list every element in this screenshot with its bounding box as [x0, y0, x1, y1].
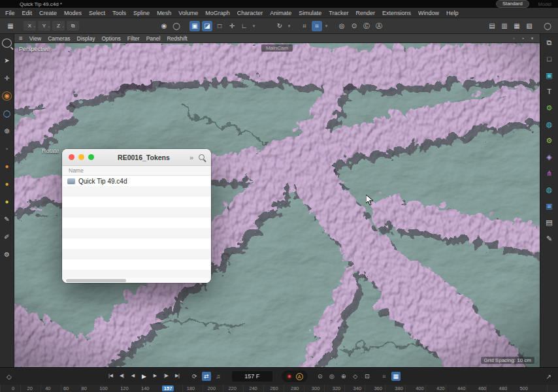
timeline-tick-140[interactable]: 140: [141, 385, 150, 391]
rotate-band-icon[interactable]: ↻: [274, 21, 285, 31]
menu-item-simulate[interactable]: Simulate: [299, 10, 321, 16]
timeline-tick-260[interactable]: 260: [270, 385, 278, 391]
cube-outline-icon[interactable]: □: [214, 21, 225, 31]
timeline-tick-120[interactable]: 120: [120, 385, 129, 391]
timeline-tick-440[interactable]: 440: [457, 385, 466, 391]
dot-small-icon[interactable]: ◦: [2, 144, 12, 154]
material-orange-icon[interactable]: ●: [2, 162, 12, 171]
render-queue-icon[interactable]: ▧: [524, 21, 534, 31]
coord-icon[interactable]: ⊕: [2, 127, 12, 136]
menu-item-volume[interactable]: Volume: [178, 10, 198, 16]
diamond-icon[interactable]: ◈: [544, 152, 555, 162]
menu-item-tracker[interactable]: Tracker: [329, 10, 348, 16]
circle-icon[interactable]: ◯: [171, 21, 182, 31]
render-region-icon[interactable]: ▥: [499, 21, 510, 31]
target-icon[interactable]: ◎: [336, 21, 347, 31]
render-view-icon[interactable]: ▤: [487, 21, 497, 31]
maincam-label[interactable]: MainCam: [261, 44, 293, 52]
zoom-icon[interactable]: [2, 39, 12, 48]
menu-item-spline[interactable]: Spline: [133, 10, 150, 16]
move-tool-icon[interactable]: ✛: [2, 74, 12, 83]
material-sphere-icon[interactable]: ◯: [542, 21, 553, 31]
spline-branch-icon[interactable]: ⋔: [544, 168, 555, 178]
hud-icon[interactable]: ◇: [351, 372, 360, 381]
annotate-icon[interactable]: Ⓐ: [374, 21, 384, 31]
timeline-tick-500[interactable]: 500: [519, 385, 528, 391]
render-settings-icon[interactable]: ▦: [512, 21, 522, 31]
y-axis-lock-button[interactable]: Y: [38, 21, 50, 31]
viewport-camera-label[interactable]: Perspective: [19, 46, 50, 52]
fcurve-icon[interactable]: ↗: [546, 373, 551, 380]
x-axis-lock-button[interactable]: X: [24, 21, 36, 31]
current-frame-field[interactable]: 157 F: [232, 371, 272, 382]
points-sphere-icon[interactable]: ◍: [544, 119, 555, 129]
gear2-icon[interactable]: ⚙: [544, 135, 555, 146]
timeline-tick-80[interactable]: 80: [82, 385, 87, 391]
menu-item-render[interactable]: Render: [355, 10, 375, 16]
live-selection-icon[interactable]: ➤: [2, 56, 12, 65]
pingpong-icon[interactable]: ⇄: [202, 372, 211, 381]
menu-item-create[interactable]: Create: [39, 10, 57, 16]
finder-window[interactable]: RE0016_Tokens » Name Quick Tip 49.c4d: [62, 149, 211, 283]
timeline-tick-320[interactable]: 320: [333, 385, 341, 391]
menu-item-view[interactable]: View: [29, 35, 41, 42]
wire-square-icon[interactable]: □: [544, 54, 555, 64]
snapping-icon[interactable]: ⌗: [380, 372, 389, 381]
timeline-tick-340[interactable]: 340: [353, 385, 362, 391]
viewport-cam-icon[interactable]: ▫: [511, 35, 517, 42]
marker-icon[interactable]: ⊡: [363, 372, 372, 381]
menu-item-tools[interactable]: Tools: [112, 10, 126, 16]
timeline-ruler[interactable]: 0204060801001201401571802002202402602803…: [0, 385, 558, 392]
pen2-icon[interactable]: ✎: [544, 233, 555, 244]
finder-column-header[interactable]: Name: [62, 166, 211, 176]
prev-frame-button[interactable]: ◀: [128, 373, 138, 380]
timeline-tick-180[interactable]: 180: [187, 385, 195, 391]
timeline-tick-460[interactable]: 460: [478, 385, 487, 391]
layout-switch-standard[interactable]: Standard: [496, 0, 529, 8]
scrollbar-thumb[interactable]: [66, 279, 126, 282]
toolbar-overflow-icon[interactable]: »: [189, 154, 193, 161]
autokey-button[interactable]: A: [296, 373, 303, 380]
model-mode-icon[interactable]: ◪: [202, 21, 212, 31]
green-gear-icon[interactable]: ⚙: [544, 103, 555, 113]
goto-start-button[interactable]: |◀: [106, 373, 116, 380]
dot-icon[interactable]: ⊙: [349, 21, 359, 31]
timeline-tick-220[interactable]: 220: [228, 385, 237, 391]
prev-key-button[interactable]: ◀|: [117, 373, 127, 380]
key-icon[interactable]: ◎: [327, 372, 336, 381]
search-icon[interactable]: [199, 154, 205, 160]
timeline-tick-360[interactable]: 360: [374, 385, 382, 391]
layers-icon[interactable]: ⧉: [544, 37, 555, 48]
display-icon[interactable]: ▤: [544, 217, 555, 227]
timeline-tick-60[interactable]: 60: [63, 385, 69, 391]
c4d-asset-icon[interactable]: Ⓒ: [361, 21, 372, 31]
timeline-tick-480[interactable]: 480: [499, 385, 508, 391]
file-row[interactable]: Quick Tip 49.c4d: [62, 176, 211, 186]
menu-item-select[interactable]: Select: [89, 10, 105, 16]
menu-item-help[interactable]: Help: [446, 10, 459, 16]
timeline-tick-240[interactable]: 240: [249, 385, 257, 391]
timeline-tick-100[interactable]: 100: [99, 385, 108, 391]
menu-item-cameras[interactable]: Cameras: [48, 35, 70, 42]
rotate-tool-icon[interactable]: ◉: [2, 91, 12, 101]
menu-item-window[interactable]: Window: [418, 10, 439, 16]
minimize-button[interactable]: [78, 154, 84, 160]
quantize-icon[interactable]: ▦: [391, 372, 401, 381]
timeline-tick-380[interactable]: 380: [395, 385, 403, 391]
caret-icon[interactable]: ▾: [252, 21, 256, 31]
timeline-tick-280[interactable]: 280: [291, 385, 299, 391]
menu-item-file[interactable]: File: [5, 10, 15, 16]
timeline-tick-40[interactable]: 40: [45, 385, 50, 391]
close-button[interactable]: [69, 154, 74, 160]
viewport-options-caret-icon[interactable]: ▾: [529, 35, 535, 42]
brush-icon[interactable]: ✐: [2, 233, 12, 242]
finder-titlebar[interactable]: RE0016_Tokens »: [62, 149, 211, 166]
camera-icon[interactable]: ▣: [544, 201, 555, 211]
record-circle-icon[interactable]: ◉: [159, 21, 169, 31]
caret-icon[interactable]: ▾: [324, 21, 329, 31]
menu-item-panel[interactable]: Panel: [146, 35, 161, 42]
menu-item-redshift[interactable]: Redshift: [167, 35, 187, 42]
gizmo-icon[interactable]: ▦: [5, 21, 16, 31]
menu-item-edit[interactable]: Edit: [22, 10, 33, 16]
make-editable-icon[interactable]: ▣: [189, 21, 200, 31]
